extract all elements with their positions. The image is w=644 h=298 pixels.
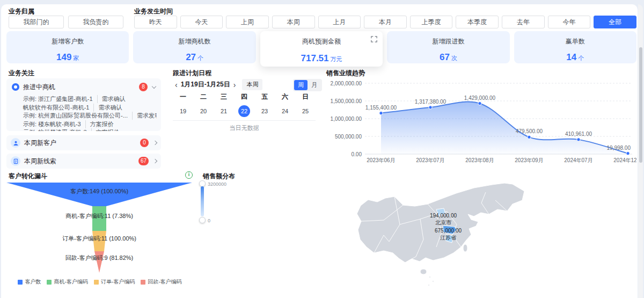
kpi-card-forecast-amount[interactable]: 商机预测金额 717.51万元 xyxy=(260,31,383,67)
date-cell[interactable]: 24 xyxy=(275,105,295,117)
svg-text:479,500.00: 479,500.00 xyxy=(516,128,543,134)
weekday: 二 xyxy=(193,92,214,101)
time-filter-this-week[interactable]: 本周 xyxy=(272,16,315,28)
chevron-down-icon[interactable] xyxy=(152,84,156,89)
map-label-beijing[interactable]: 194,000.00 北京市 xyxy=(419,212,467,226)
kpi-value: 717.51 xyxy=(301,53,329,63)
date-cell[interactable]: 25 xyxy=(295,105,316,117)
filter-my-department-button[interactable]: 我部门的 xyxy=(9,16,64,28)
conversion-funnel-chart[interactable]: 客户数:149 (100.00%)商机-客户编码:11 (7.38%)订单-客户… xyxy=(5,180,194,275)
stage-tag: 需求发现 xyxy=(132,112,157,120)
time-filter-last-week[interactable]: 上周 xyxy=(226,16,269,28)
group-label: 推进中商机 xyxy=(23,83,139,92)
svg-text:2023年09月: 2023年09月 xyxy=(515,157,543,163)
map-region-hainan[interactable] xyxy=(420,269,427,274)
legend-item[interactable]: 订单-客户编码 xyxy=(94,278,135,286)
legend-label: 订单-客户编码 xyxy=(101,278,135,286)
chevron-right-icon[interactable] xyxy=(153,141,157,145)
kpi-value: 67 xyxy=(440,52,450,62)
funnel-stage-label: 订单-客户编码:11 (100.00%) xyxy=(62,235,136,242)
map-region-taiwan[interactable] xyxy=(463,244,467,252)
ownership-filter-label: 业务归属 xyxy=(9,7,34,16)
date-cell[interactable]: 23 xyxy=(254,105,275,117)
svg-text:2023年07月: 2023年07月 xyxy=(416,157,444,163)
weekday: 六 xyxy=(275,92,295,101)
target-icon xyxy=(12,83,19,91)
toggle-month[interactable]: 月 xyxy=(308,80,321,90)
toggle-week[interactable]: 周 xyxy=(294,80,308,90)
time-filter-all[interactable]: 全部 xyxy=(594,16,636,28)
legend-swatch xyxy=(94,280,99,285)
list-item[interactable]: 示例: 楼东帆软-商机-3方案报价 xyxy=(11,120,157,129)
kpi-card-new-opportunities[interactable]: 新增商机数 27个 xyxy=(133,31,255,63)
svg-text:1,500,000.00: 1,500,000.00 xyxy=(331,98,362,104)
row-label: 本周新线索 xyxy=(24,157,138,166)
map-label-jiangsu[interactable]: 675,000.00 江苏省 xyxy=(424,227,472,241)
funnel-legend: 客户数商机-客户编码订单-客户编码回款-客户编码 xyxy=(5,278,194,286)
sales-trend-chart[interactable]: 0.00500,000.001,000,000.001,500,000.002,… xyxy=(322,78,636,165)
date-cell[interactable]: 21 xyxy=(214,105,234,117)
svg-text:410,961.00: 410,961.00 xyxy=(565,131,592,137)
region-value: 194,000.00 xyxy=(419,212,467,219)
count-badge: 0 xyxy=(140,139,149,147)
funnel-stage-label: 客户数:149 (100.00%) xyxy=(70,188,128,194)
kpi-card-new-followups[interactable]: 新增跟进数 67次 xyxy=(387,31,509,63)
legend-swatch xyxy=(141,280,145,285)
kpi-unit: 万元 xyxy=(331,56,342,62)
stage-tag: 方案报价 xyxy=(91,128,120,131)
time-filter-this-year[interactable]: 今年 xyxy=(548,16,591,28)
schedule-title: 跟进计划日程 xyxy=(173,69,211,78)
time-filter-last-year[interactable]: 去年 xyxy=(502,16,545,28)
time-filter-today[interactable]: 今天 xyxy=(180,16,223,28)
list-item[interactable]: 示例: 浙江广盛集团-商机-1需求确认 xyxy=(11,95,157,104)
list-item[interactable]: 示例: 杭州萧山国际贸易股份有限公司-...需求发现 xyxy=(11,112,157,120)
svg-text:0.00: 0.00 xyxy=(352,151,362,157)
region-name: 北京市 xyxy=(419,219,467,226)
ownership-filter-group: 我部门的 我负责的 xyxy=(9,16,123,28)
visualmap-gradient-bar[interactable] xyxy=(201,186,204,216)
next-week-arrow[interactable]: › xyxy=(231,81,238,89)
funnel-stage-customers[interactable] xyxy=(6,183,192,206)
weekday: 日 xyxy=(295,92,316,101)
visualmap-min-label: 0 xyxy=(208,218,210,223)
week-month-toggle: 周 月 xyxy=(293,79,322,91)
kpi-card-new-customers[interactable]: 新增客户数 149家 xyxy=(6,31,129,63)
business-focus-group: 推进中商机 8 示例: 浙江广盛集团-商机-1需求确认 帆软软件有限公司-商机-… xyxy=(6,78,161,131)
svg-text:500,000.00: 500,000.00 xyxy=(335,134,362,140)
fullscreen-icon[interactable] xyxy=(371,36,377,42)
map-title: 销售额分布 xyxy=(203,172,235,181)
legend-item[interactable]: 客户数 xyxy=(18,278,41,286)
kpi-title: 商机预测金额 xyxy=(260,37,383,46)
date-cell-selected[interactable]: 22 xyxy=(234,105,254,117)
legend-label: 回款-客户编码 xyxy=(148,278,181,286)
visualmap-min-handle[interactable] xyxy=(199,217,206,223)
date-cell[interactable]: 19 xyxy=(173,105,193,117)
row-new-leads-this-week[interactable]: 本周新线索 67 xyxy=(6,154,161,169)
svg-text:1,000,000.00: 1,000,000.00 xyxy=(331,116,362,122)
this-week-button[interactable]: 本周 xyxy=(242,79,262,90)
scrollbar-thumb[interactable] xyxy=(639,47,642,163)
time-filter-yesterday[interactable]: 昨天 xyxy=(134,16,177,28)
svg-text:2,000,000.00: 2,000,000.00 xyxy=(331,81,362,86)
list-item[interactable]: 帆软软件有限公司-商机-1需求确认 xyxy=(11,104,157,112)
list-item[interactable]: 示例: 杭州楚清平-商机-3方案报价 xyxy=(11,128,157,131)
group-advancing-opportunities[interactable]: 推进中商机 8 xyxy=(11,82,157,92)
time-filter-this-quarter[interactable]: 本季度 xyxy=(456,16,499,28)
prev-week-arrow[interactable]: ‹ xyxy=(173,81,180,89)
time-filter-this-month[interactable]: 本月 xyxy=(364,16,407,28)
time-filter-last-quarter[interactable]: 上季度 xyxy=(410,16,453,28)
date-cell[interactable]: 20 xyxy=(193,105,214,117)
filter-my-responsible-button[interactable]: 我负责的 xyxy=(68,16,123,28)
chevron-right-icon[interactable] xyxy=(153,159,157,163)
weekday-header: 一 二 三 四 五 六 日 xyxy=(173,92,316,101)
info-icon[interactable]: i xyxy=(185,171,193,179)
kpi-card-won-deals[interactable]: 赢单数 14个 xyxy=(514,31,636,63)
legend-item[interactable]: 商机-客户编码 xyxy=(47,278,87,286)
legend-swatch xyxy=(18,280,23,285)
kpi-unit: 次 xyxy=(451,55,457,61)
kpi-title: 赢单数 xyxy=(514,37,636,46)
legend-item[interactable]: 回款-客户编码 xyxy=(141,278,181,286)
row-new-customers-this-week[interactable]: 本周新客户 0 xyxy=(6,135,161,150)
time-filter-last-month[interactable]: 上月 xyxy=(318,16,361,28)
svg-text:1,155,400.00: 1,155,400.00 xyxy=(365,105,397,111)
